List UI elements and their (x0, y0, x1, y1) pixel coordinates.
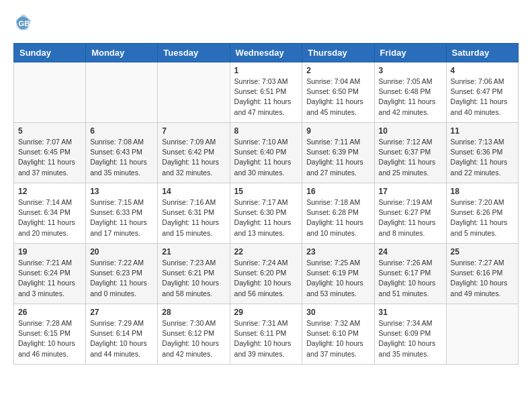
day-number: 30 (306, 308, 369, 317)
calendar-cell: 26Sunrise: 7:28 AM Sunset: 6:15 PM Dayli… (14, 304, 86, 365)
calendar-cell: 31Sunrise: 7:34 AM Sunset: 6:09 PM Dayli… (374, 304, 446, 365)
calendar-week-row: 1Sunrise: 7:03 AM Sunset: 6:51 PM Daylig… (14, 62, 519, 123)
calendar-cell: 6Sunrise: 7:08 AM Sunset: 6:43 PM Daylig… (86, 123, 158, 183)
calendar-cell (86, 62, 158, 123)
day-info: Sunrise: 7:03 AM Sunset: 6:51 PM Dayligh… (234, 77, 298, 118)
calendar-cell: 11Sunrise: 7:13 AM Sunset: 6:36 PM Dayli… (446, 123, 518, 183)
day-number: 22 (234, 247, 298, 257)
calendar-cell: 8Sunrise: 7:10 AM Sunset: 6:40 PM Daylig… (230, 123, 302, 183)
calendar-cell: 25Sunrise: 7:27 AM Sunset: 6:16 PM Dayli… (446, 244, 518, 304)
day-info: Sunrise: 7:17 AM Sunset: 6:30 PM Dayligh… (234, 197, 298, 238)
calendar-cell (446, 304, 518, 365)
day-number: 24 (379, 247, 442, 257)
calendar-cell: 9Sunrise: 7:11 AM Sunset: 6:39 PM Daylig… (302, 123, 374, 183)
day-number: 20 (90, 247, 153, 257)
day-number: 4 (451, 66, 514, 75)
calendar-cell: 21Sunrise: 7:23 AM Sunset: 6:21 PM Dayli… (158, 244, 230, 304)
calendar-week-row: 19Sunrise: 7:21 AM Sunset: 6:24 PM Dayli… (14, 244, 519, 304)
calendar-cell: 13Sunrise: 7:15 AM Sunset: 6:33 PM Dayli… (86, 183, 158, 244)
svg-text:GB: GB (18, 19, 30, 28)
day-number: 11 (451, 126, 514, 136)
day-info: Sunrise: 7:12 AM Sunset: 6:37 PM Dayligh… (379, 137, 442, 178)
calendar-cell: 12Sunrise: 7:14 AM Sunset: 6:34 PM Dayli… (14, 183, 86, 244)
day-info: Sunrise: 7:23 AM Sunset: 6:21 PM Dayligh… (162, 258, 225, 299)
calendar-cell: 16Sunrise: 7:18 AM Sunset: 6:28 PM Dayli… (302, 183, 374, 244)
day-number: 1 (234, 66, 298, 75)
weekday-header-wednesday: Wednesday (230, 44, 302, 62)
day-info: Sunrise: 7:34 AM Sunset: 6:09 PM Dayligh… (379, 318, 442, 359)
calendar-cell: 18Sunrise: 7:20 AM Sunset: 6:26 PM Dayli… (446, 183, 518, 244)
day-info: Sunrise: 7:22 AM Sunset: 6:23 PM Dayligh… (90, 258, 153, 299)
calendar-cell: 29Sunrise: 7:31 AM Sunset: 6:11 PM Dayli… (230, 304, 302, 365)
day-info: Sunrise: 7:26 AM Sunset: 6:17 PM Dayligh… (379, 258, 442, 299)
calendar-cell: 30Sunrise: 7:32 AM Sunset: 6:10 PM Dayli… (302, 304, 374, 365)
logo: GB (13, 13, 34, 32)
day-number: 13 (90, 187, 153, 196)
calendar-cell: 22Sunrise: 7:24 AM Sunset: 6:20 PM Dayli… (230, 244, 302, 304)
calendar-cell: 14Sunrise: 7:16 AM Sunset: 6:31 PM Dayli… (158, 183, 230, 244)
day-number: 18 (451, 187, 514, 196)
day-info: Sunrise: 7:13 AM Sunset: 6:36 PM Dayligh… (451, 137, 514, 178)
day-info: Sunrise: 7:16 AM Sunset: 6:31 PM Dayligh… (162, 197, 225, 238)
calendar-cell: 10Sunrise: 7:12 AM Sunset: 6:37 PM Dayli… (374, 123, 446, 183)
day-info: Sunrise: 7:07 AM Sunset: 6:45 PM Dayligh… (18, 137, 81, 178)
day-number: 25 (451, 247, 514, 257)
day-info: Sunrise: 7:05 AM Sunset: 6:48 PM Dayligh… (379, 77, 442, 118)
day-number: 19 (18, 247, 81, 257)
calendar-cell: 20Sunrise: 7:22 AM Sunset: 6:23 PM Dayli… (86, 244, 158, 304)
day-number: 21 (162, 247, 225, 257)
calendar-cell: 7Sunrise: 7:09 AM Sunset: 6:42 PM Daylig… (158, 123, 230, 183)
day-info: Sunrise: 7:31 AM Sunset: 6:11 PM Dayligh… (234, 318, 298, 359)
weekday-header-monday: Monday (86, 44, 158, 62)
day-number: 10 (379, 126, 442, 136)
weekday-header-sunday: Sunday (14, 44, 86, 62)
calendar-cell (158, 62, 230, 123)
calendar-cell: 23Sunrise: 7:25 AM Sunset: 6:19 PM Dayli… (302, 244, 374, 304)
day-number: 9 (306, 126, 369, 136)
calendar-cell (14, 62, 86, 123)
day-number: 5 (18, 126, 81, 136)
calendar-cell: 1Sunrise: 7:03 AM Sunset: 6:51 PM Daylig… (230, 62, 302, 123)
day-number: 7 (162, 126, 225, 136)
day-info: Sunrise: 7:27 AM Sunset: 6:16 PM Dayligh… (451, 258, 514, 299)
day-number: 2 (306, 66, 369, 75)
day-number: 14 (162, 187, 225, 196)
day-info: Sunrise: 7:08 AM Sunset: 6:43 PM Dayligh… (90, 137, 153, 178)
calendar-cell: 19Sunrise: 7:21 AM Sunset: 6:24 PM Dayli… (14, 244, 86, 304)
calendar-table: SundayMondayTuesdayWednesdayThursdayFrid… (13, 43, 519, 365)
day-info: Sunrise: 7:29 AM Sunset: 6:14 PM Dayligh… (90, 318, 153, 359)
day-info: Sunrise: 7:15 AM Sunset: 6:33 PM Dayligh… (90, 197, 153, 238)
day-number: 8 (234, 126, 298, 136)
calendar-cell: 2Sunrise: 7:04 AM Sunset: 6:50 PM Daylig… (302, 62, 374, 123)
day-info: Sunrise: 7:10 AM Sunset: 6:40 PM Dayligh… (234, 137, 298, 178)
calendar-cell: 5Sunrise: 7:07 AM Sunset: 6:45 PM Daylig… (14, 123, 86, 183)
logo-icon: GB (13, 13, 32, 32)
day-number: 6 (90, 126, 153, 136)
day-info: Sunrise: 7:06 AM Sunset: 6:47 PM Dayligh… (451, 77, 514, 118)
day-number: 17 (379, 187, 442, 196)
calendar-cell: 4Sunrise: 7:06 AM Sunset: 6:47 PM Daylig… (446, 62, 518, 123)
day-number: 15 (234, 187, 298, 196)
weekday-header-saturday: Saturday (446, 44, 518, 62)
weekday-header-tuesday: Tuesday (158, 44, 230, 62)
weekday-header-friday: Friday (374, 44, 446, 62)
day-info: Sunrise: 7:14 AM Sunset: 6:34 PM Dayligh… (18, 197, 81, 238)
page-header: GB (13, 13, 519, 32)
calendar-week-row: 5Sunrise: 7:07 AM Sunset: 6:45 PM Daylig… (14, 123, 519, 183)
day-number: 28 (162, 308, 225, 317)
calendar-cell: 15Sunrise: 7:17 AM Sunset: 6:30 PM Dayli… (230, 183, 302, 244)
day-info: Sunrise: 7:21 AM Sunset: 6:24 PM Dayligh… (18, 258, 81, 299)
day-info: Sunrise: 7:20 AM Sunset: 6:26 PM Dayligh… (451, 197, 514, 238)
day-info: Sunrise: 7:25 AM Sunset: 6:19 PM Dayligh… (306, 258, 369, 299)
weekday-header-thursday: Thursday (302, 44, 374, 62)
day-info: Sunrise: 7:28 AM Sunset: 6:15 PM Dayligh… (18, 318, 81, 359)
day-number: 23 (306, 247, 369, 257)
day-info: Sunrise: 7:09 AM Sunset: 6:42 PM Dayligh… (162, 137, 225, 178)
calendar-cell: 3Sunrise: 7:05 AM Sunset: 6:48 PM Daylig… (374, 62, 446, 123)
day-info: Sunrise: 7:11 AM Sunset: 6:39 PM Dayligh… (306, 137, 369, 178)
calendar-cell: 17Sunrise: 7:19 AM Sunset: 6:27 PM Dayli… (374, 183, 446, 244)
day-number: 26 (18, 308, 81, 317)
day-number: 3 (379, 66, 442, 75)
calendar-week-row: 26Sunrise: 7:28 AM Sunset: 6:15 PM Dayli… (14, 304, 519, 365)
day-info: Sunrise: 7:18 AM Sunset: 6:28 PM Dayligh… (306, 197, 369, 238)
